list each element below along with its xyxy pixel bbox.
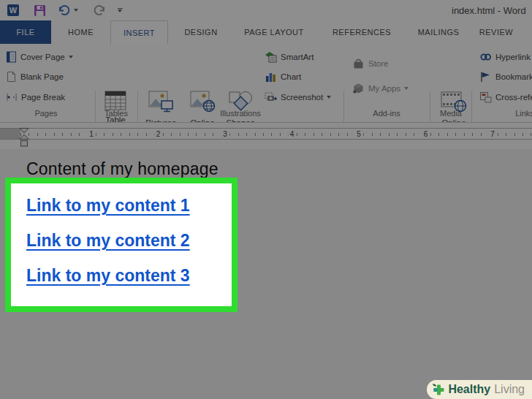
pictures-label: Pictures <box>145 118 176 123</box>
save-icon[interactable] <box>32 3 47 18</box>
store-icon <box>352 58 365 69</box>
blank-page-label: Blank Page <box>20 72 64 81</box>
table-icon <box>104 91 126 110</box>
page-break-icon <box>6 91 18 103</box>
my-apps-caret <box>404 87 408 90</box>
tab-page-layout[interactable]: PAGE LAYOUT <box>234 20 314 44</box>
ribbon-tab-row: FILE HOME INSERT DESIGN PAGE LAYOUT REFE… <box>0 20 532 44</box>
bookmark-icon <box>479 71 492 83</box>
blank-page-button[interactable]: Blank Page <box>6 69 64 85</box>
smartart-icon <box>265 51 277 63</box>
word-window: W index.html - Word FILE HOME INSERT DES… <box>0 0 532 399</box>
tab-review[interactable]: REVIEW <box>468 20 525 44</box>
online-pictures-button[interactable]: Online Pictures <box>183 91 221 123</box>
blank-page-icon <box>6 71 17 83</box>
ruler-number: 7 <box>488 129 497 139</box>
chart-icon <box>265 71 277 83</box>
ruler-number: 6 <box>422 129 430 139</box>
pages-group-label: Pages <box>0 109 92 118</box>
group-divider <box>430 91 430 123</box>
content-link-1[interactable]: Link to my content 1 <box>26 196 190 216</box>
tab-design[interactable]: DESIGN <box>168 20 234 44</box>
ruler-left-margin <box>0 129 20 139</box>
document-heading: Content of my homepage <box>26 159 218 179</box>
group-divider <box>137 91 138 123</box>
screenshot-button[interactable]: Screenshot <box>265 89 331 105</box>
shapes-button[interactable]: Shapes <box>223 91 258 123</box>
healthy-living-cross-icon <box>432 383 446 397</box>
redo-icon[interactable] <box>92 3 107 18</box>
undo-icon[interactable] <box>57 3 72 18</box>
group-divider <box>343 91 344 123</box>
illustrations-group-label: Illustrations <box>137 109 343 118</box>
screenshot-icon <box>265 91 277 103</box>
ribbon: Cover Page Blank Page Page Break Pages T… <box>0 44 532 123</box>
chart-label: Chart <box>281 72 301 81</box>
ruler-zone: 1 2 3 4 5 6 7 <box>0 123 532 149</box>
cover-page-caret <box>69 56 73 58</box>
indent-markers[interactable] <box>19 128 29 148</box>
group-divider <box>95 91 96 123</box>
group-divider <box>471 91 472 123</box>
smartart-label: SmartArt <box>281 53 314 61</box>
my-apps-button[interactable]: My Apps <box>352 80 408 96</box>
ruler-number: 1 <box>87 129 96 139</box>
hyperlink-button[interactable]: Hyperlink <box>479 49 531 65</box>
cross-reference-label: Cross-reference <box>495 93 532 102</box>
watermark-text-light: Living <box>494 383 525 396</box>
screenshot-label: Screenshot <box>281 93 323 102</box>
addins-group-label: Add-ins <box>343 109 430 118</box>
tab-references[interactable]: REFERENCES <box>314 20 409 44</box>
pictures-button[interactable]: Pictures <box>142 91 179 123</box>
smartart-button[interactable]: SmartArt <box>265 49 314 65</box>
ruler-number: 3 <box>221 129 229 139</box>
content-link-3[interactable]: Link to my content 3 <box>26 266 190 286</box>
my-apps-label: My Apps <box>368 84 400 93</box>
watermark-text-bold: Healthy <box>448 383 490 396</box>
store-label: Store <box>368 59 389 68</box>
svg-text:W: W <box>10 6 18 15</box>
word-app-icon: W <box>6 3 20 18</box>
hyperlink-icon <box>479 51 492 63</box>
cover-page-icon <box>6 51 17 63</box>
ruler-number: 2 <box>154 129 163 139</box>
undo-dropdown-caret[interactable] <box>74 9 78 12</box>
shapes-label: Shapes <box>226 118 254 123</box>
cross-reference-icon <box>479 91 492 103</box>
ruler-number: 5 <box>354 129 363 139</box>
hyperlink-label: Hyperlink <box>495 53 531 61</box>
screenshot-caret <box>327 96 331 99</box>
cover-page-button[interactable]: Cover Page <box>6 49 73 65</box>
content-link-2[interactable]: Link to my content 2 <box>26 231 190 251</box>
tables-group-label: Tables <box>95 109 137 118</box>
store-button[interactable]: Store <box>352 56 389 72</box>
ruler-number: 4 <box>288 129 297 139</box>
cover-page-label: Cover Page <box>20 53 65 61</box>
window-title: index.html - Word <box>452 5 526 16</box>
title-bar: W index.html - Word <box>0 0 532 20</box>
bookmark-label: Bookmark <box>495 72 532 81</box>
links-group-label: Links <box>506 109 532 118</box>
quick-access-toolbar-menu-icon[interactable] <box>113 6 127 15</box>
highlight-box: Link to my content 1 Link to my content … <box>5 178 238 312</box>
healthy-living-watermark: Healthy Living <box>427 380 532 399</box>
tab-mailings[interactable]: MAILINGS <box>409 20 468 44</box>
bookmark-button[interactable]: Bookmark <box>479 69 532 85</box>
my-apps-icon <box>352 83 365 94</box>
online-video-label: Online Video <box>435 118 473 123</box>
page-break-button[interactable]: Page Break <box>6 89 65 105</box>
ruler-ticks <box>20 133 532 136</box>
chart-button[interactable]: Chart <box>265 69 301 85</box>
page-break-label: Page Break <box>21 93 65 102</box>
tab-insert[interactable]: INSERT <box>110 20 168 44</box>
media-group-label: Media <box>430 109 472 118</box>
ruler[interactable]: 1 2 3 4 5 6 7 <box>0 128 532 140</box>
table-button[interactable]: Table <box>96 91 134 123</box>
tab-file[interactable]: FILE <box>0 20 51 44</box>
tab-home[interactable]: HOME <box>51 20 110 44</box>
online-pictures-label: Online Pictures <box>183 118 221 123</box>
cross-reference-button[interactable]: Cross-reference <box>479 89 532 105</box>
online-video-button[interactable]: Online Video <box>435 91 473 123</box>
